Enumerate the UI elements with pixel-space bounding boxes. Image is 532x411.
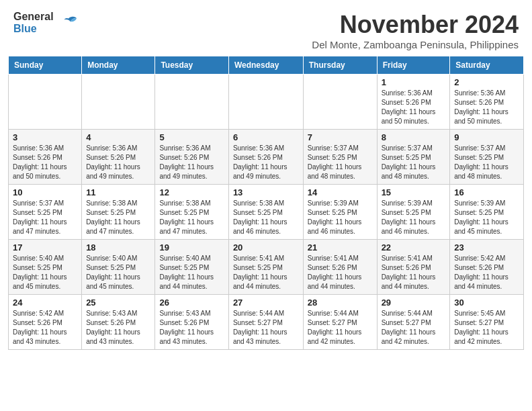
day-info: Sunrise: 5:36 AM Sunset: 5:26 PM Dayligh… <box>233 144 299 181</box>
day-info: Sunrise: 5:39 AM Sunset: 5:25 PM Dayligh… <box>308 199 373 236</box>
day-number: 13 <box>233 187 299 197</box>
day-number: 18 <box>86 242 150 253</box>
day-cell: 11Sunrise: 5:38 AM Sunset: 5:25 PM Dayli… <box>82 185 155 240</box>
header: General Blue November 2024 Del Monte, Za… <box>0 0 532 56</box>
week-row-3: 10Sunrise: 5:37 AM Sunset: 5:25 PM Dayli… <box>9 185 524 240</box>
week-row-1: 1Sunrise: 5:36 AM Sunset: 5:26 PM Daylig… <box>9 75 524 130</box>
col-friday: Friday <box>377 56 450 75</box>
day-number: 27 <box>233 298 299 308</box>
day-cell: 15Sunrise: 5:39 AM Sunset: 5:25 PM Dayli… <box>377 185 450 240</box>
day-cell: 3Sunrise: 5:36 AM Sunset: 5:26 PM Daylig… <box>9 130 82 185</box>
day-cell: 23Sunrise: 5:42 AM Sunset: 5:26 PM Dayli… <box>450 240 524 295</box>
day-cell: 1Sunrise: 5:36 AM Sunset: 5:26 PM Daylig… <box>377 75 450 130</box>
day-number: 8 <box>382 132 446 142</box>
day-info: Sunrise: 5:36 AM Sunset: 5:26 PM Dayligh… <box>159 144 224 181</box>
day-info: Sunrise: 5:43 AM Sunset: 5:26 PM Dayligh… <box>86 309 150 347</box>
day-number: 6 <box>233 132 299 142</box>
day-cell: 5Sunrise: 5:36 AM Sunset: 5:26 PM Daylig… <box>155 130 228 185</box>
day-info: Sunrise: 5:39 AM Sunset: 5:25 PM Dayligh… <box>382 199 446 236</box>
day-info: Sunrise: 5:44 AM Sunset: 5:27 PM Dayligh… <box>233 309 299 347</box>
day-info: Sunrise: 5:36 AM Sunset: 5:26 PM Dayligh… <box>454 89 519 126</box>
day-info: Sunrise: 5:36 AM Sunset: 5:26 PM Dayligh… <box>382 89 446 126</box>
logo: General Blue <box>13 11 78 34</box>
day-cell <box>82 75 155 130</box>
month-title: November 2024 <box>312 11 519 39</box>
day-number: 23 <box>454 242 519 253</box>
day-info: Sunrise: 5:44 AM Sunset: 5:27 PM Dayligh… <box>382 309 446 347</box>
day-cell: 9Sunrise: 5:37 AM Sunset: 5:25 PM Daylig… <box>450 130 524 185</box>
day-cell: 7Sunrise: 5:37 AM Sunset: 5:25 PM Daylig… <box>303 130 377 185</box>
day-info: Sunrise: 5:38 AM Sunset: 5:25 PM Dayligh… <box>233 199 299 236</box>
col-sunday: Sunday <box>9 56 82 75</box>
day-number: 16 <box>454 187 519 197</box>
day-cell: 19Sunrise: 5:40 AM Sunset: 5:25 PM Dayli… <box>155 240 228 295</box>
day-cell: 17Sunrise: 5:40 AM Sunset: 5:25 PM Dayli… <box>9 240 82 295</box>
day-number: 25 <box>86 298 150 308</box>
day-cell: 13Sunrise: 5:38 AM Sunset: 5:25 PM Dayli… <box>228 185 303 240</box>
logo-blue-text: Blue <box>13 23 37 35</box>
day-info: Sunrise: 5:40 AM Sunset: 5:25 PM Dayligh… <box>86 254 150 291</box>
week-row-4: 17Sunrise: 5:40 AM Sunset: 5:25 PM Dayli… <box>9 240 524 295</box>
day-info: Sunrise: 5:43 AM Sunset: 5:26 PM Dayligh… <box>159 309 224 347</box>
day-number: 2 <box>454 77 519 87</box>
week-row-5: 24Sunrise: 5:42 AM Sunset: 5:26 PM Dayli… <box>9 295 524 350</box>
day-info: Sunrise: 5:40 AM Sunset: 5:25 PM Dayligh… <box>159 254 224 291</box>
day-info: Sunrise: 5:36 AM Sunset: 5:26 PM Dayligh… <box>13 144 77 181</box>
day-number: 3 <box>13 132 77 142</box>
day-info: Sunrise: 5:42 AM Sunset: 5:26 PM Dayligh… <box>454 254 519 291</box>
day-cell <box>155 75 228 130</box>
day-cell <box>303 75 377 130</box>
day-cell <box>9 75 82 130</box>
logo-bird-icon <box>59 13 78 32</box>
day-info: Sunrise: 5:44 AM Sunset: 5:27 PM Dayligh… <box>308 309 373 347</box>
day-number: 29 <box>382 298 446 308</box>
week-row-2: 3Sunrise: 5:36 AM Sunset: 5:26 PM Daylig… <box>9 130 524 185</box>
day-number: 17 <box>13 242 77 253</box>
day-number: 15 <box>382 187 446 197</box>
day-cell: 10Sunrise: 5:37 AM Sunset: 5:25 PM Dayli… <box>9 185 82 240</box>
day-number: 4 <box>86 132 150 142</box>
day-number: 12 <box>159 187 224 197</box>
day-number: 28 <box>308 298 373 308</box>
col-monday: Monday <box>82 56 155 75</box>
day-info: Sunrise: 5:38 AM Sunset: 5:25 PM Dayligh… <box>159 199 224 236</box>
day-number: 10 <box>13 187 77 197</box>
day-cell: 28Sunrise: 5:44 AM Sunset: 5:27 PM Dayli… <box>303 295 377 350</box>
day-number: 21 <box>308 242 373 253</box>
day-cell: 8Sunrise: 5:37 AM Sunset: 5:25 PM Daylig… <box>377 130 450 185</box>
day-info: Sunrise: 5:41 AM Sunset: 5:26 PM Dayligh… <box>382 254 446 291</box>
day-number: 26 <box>159 298 224 308</box>
location-subtitle: Del Monte, Zamboanga Peninsula, Philippi… <box>312 39 519 50</box>
title-block: November 2024 Del Monte, Zamboanga Penin… <box>312 11 519 50</box>
day-cell: 30Sunrise: 5:45 AM Sunset: 5:27 PM Dayli… <box>450 295 524 350</box>
day-cell: 24Sunrise: 5:42 AM Sunset: 5:26 PM Dayli… <box>9 295 82 350</box>
day-cell: 26Sunrise: 5:43 AM Sunset: 5:26 PM Dayli… <box>155 295 228 350</box>
day-number: 24 <box>13 298 77 308</box>
col-thursday: Thursday <box>303 56 377 75</box>
day-number: 11 <box>86 187 150 197</box>
day-number: 9 <box>454 132 519 142</box>
day-cell: 12Sunrise: 5:38 AM Sunset: 5:25 PM Dayli… <box>155 185 228 240</box>
day-cell: 6Sunrise: 5:36 AM Sunset: 5:26 PM Daylig… <box>228 130 303 185</box>
day-info: Sunrise: 5:38 AM Sunset: 5:25 PM Dayligh… <box>86 199 150 236</box>
calendar-table: Sunday Monday Tuesday Wednesday Thursday… <box>8 56 524 350</box>
day-cell: 4Sunrise: 5:36 AM Sunset: 5:26 PM Daylig… <box>82 130 155 185</box>
day-cell: 21Sunrise: 5:41 AM Sunset: 5:26 PM Dayli… <box>303 240 377 295</box>
day-info: Sunrise: 5:37 AM Sunset: 5:25 PM Dayligh… <box>382 144 446 181</box>
day-cell: 2Sunrise: 5:36 AM Sunset: 5:26 PM Daylig… <box>450 75 524 130</box>
day-number: 22 <box>382 242 446 253</box>
day-number: 5 <box>159 132 224 142</box>
day-info: Sunrise: 5:40 AM Sunset: 5:25 PM Dayligh… <box>13 254 77 291</box>
day-number: 1 <box>382 77 446 87</box>
day-info: Sunrise: 5:39 AM Sunset: 5:25 PM Dayligh… <box>454 199 519 236</box>
day-info: Sunrise: 5:41 AM Sunset: 5:26 PM Dayligh… <box>308 254 373 291</box>
day-cell: 22Sunrise: 5:41 AM Sunset: 5:26 PM Dayli… <box>377 240 450 295</box>
day-cell <box>228 75 303 130</box>
day-number: 19 <box>159 242 224 253</box>
day-cell: 27Sunrise: 5:44 AM Sunset: 5:27 PM Dayli… <box>228 295 303 350</box>
day-info: Sunrise: 5:36 AM Sunset: 5:26 PM Dayligh… <box>86 144 150 181</box>
day-number: 30 <box>454 298 519 308</box>
day-cell: 20Sunrise: 5:41 AM Sunset: 5:25 PM Dayli… <box>228 240 303 295</box>
day-info: Sunrise: 5:45 AM Sunset: 5:27 PM Dayligh… <box>454 309 519 347</box>
col-wednesday: Wednesday <box>228 56 303 75</box>
